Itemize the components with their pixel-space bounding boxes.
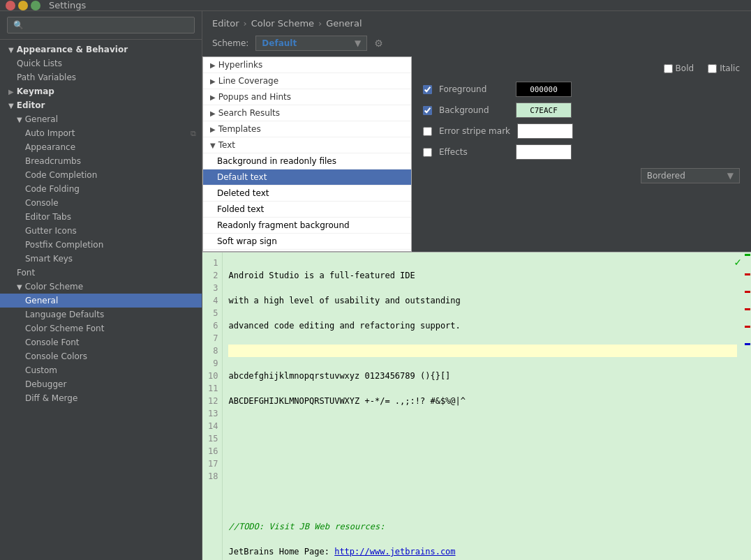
sidebar-tree: ▼ Appearance & Behavior Quick Lists Path…: [0, 40, 202, 560]
check-mark-icon: ✓: [734, 255, 741, 268]
sidebar-item-appearance[interactable]: Appearance: [0, 140, 202, 154]
arrow-icon: ▶: [210, 77, 216, 85]
sidebar-item-editor[interactable]: ▼ Editor: [0, 98, 202, 112]
sidebar-item-editor-tabs[interactable]: Editor Tabs: [0, 210, 202, 224]
list-item-bg-readonly[interactable]: Background in readonly files: [203, 153, 411, 169]
sidebar-label: Code Completion: [25, 170, 97, 180]
arrow-icon: ▶: [210, 93, 216, 101]
sidebar-label: Auto Import: [25, 128, 75, 138]
sidebar-label: Breadcrumbs: [25, 156, 81, 166]
scrollbar-indicators: [743, 252, 751, 560]
sidebar-item-diff-merge[interactable]: Diff & Merge: [0, 391, 202, 405]
indicator-red1: [745, 273, 750, 275]
expand-icon: ▼: [17, 116, 22, 123]
indicator-blue: [745, 343, 750, 345]
list-item-popups-hints[interactable]: ▶ Popups and Hints: [203, 89, 411, 105]
sidebar-item-custom[interactable]: Custom: [0, 363, 202, 377]
effects-type-dropdown[interactable]: Bordered ▼: [641, 168, 740, 183]
code-line-12: JetBrains Home Page: http://www.jetbrain…: [228, 545, 737, 558]
sidebar-item-postfix-completion[interactable]: Postfix Completion: [0, 238, 202, 252]
list-item-folded-text[interactable]: Folded text: [203, 202, 411, 218]
sidebar-label: Code Folding: [25, 184, 80, 194]
sidebar-label: General: [25, 114, 58, 124]
list-item-line-coverage[interactable]: ▶ Line Coverage: [203, 73, 411, 89]
bold-checkbox[interactable]: [664, 64, 673, 73]
search-input[interactable]: [7, 17, 195, 33]
effects-row: Effects: [423, 144, 740, 160]
sidebar-item-appearance-behavior[interactable]: ▼ Appearance & Behavior: [0, 43, 202, 56]
sidebar-item-keymap[interactable]: ▶ Keymap: [0, 84, 202, 98]
scheme-dropdown[interactable]: Default ▼: [255, 36, 367, 51]
chevron-down-icon: ▼: [355, 38, 361, 48]
foreground-color-swatch[interactable]: 000000: [516, 82, 572, 97]
maximize-button[interactable]: [31, 1, 40, 10]
sidebar-item-console[interactable]: Console: [0, 196, 202, 210]
sidebar-label: Gutter Icons: [25, 226, 77, 236]
main-panel: Editor › Color Scheme › General Scheme: …: [202, 11, 751, 560]
foreground-checkbox[interactable]: [423, 85, 432, 94]
sidebar-item-general-selected[interactable]: General: [0, 294, 202, 308]
list-item-soft-wrap[interactable]: Soft wrap sign: [203, 234, 411, 250]
sidebar-item-code-folding[interactable]: Code Folding: [0, 182, 202, 196]
sidebar-label: Custom: [25, 365, 57, 375]
sidebar-item-console-font[interactable]: Console Font: [0, 335, 202, 349]
sidebar-label: Font: [17, 268, 35, 278]
error-stripe-color-swatch[interactable]: [517, 123, 573, 139]
copy-icon: ⧉: [191, 129, 196, 138]
error-stripe-checkbox[interactable]: [423, 127, 432, 136]
sidebar-item-code-completion[interactable]: Code Completion: [0, 168, 202, 182]
sidebar-item-smart-keys[interactable]: Smart Keys: [0, 252, 202, 266]
sidebar-item-color-scheme[interactable]: ▼ Color Scheme: [0, 280, 202, 294]
sidebar-item-language-defaults[interactable]: Language Defaults: [0, 308, 202, 321]
sidebar-label: Color Scheme: [25, 282, 83, 292]
italic-checkbox[interactable]: [708, 64, 717, 73]
breadcrumb-general: General: [326, 18, 362, 29]
list-item-templates[interactable]: ▶ Templates: [203, 121, 411, 137]
list-item-hyperlinks[interactable]: ▶ Hyperlinks: [203, 57, 411, 73]
sidebar-item-debugger[interactable]: Debugger: [0, 377, 202, 391]
code-line-2: with a high level of usability and outst…: [228, 294, 737, 307]
arrow-icon: ▶: [210, 109, 216, 117]
sidebar-item-general[interactable]: ▼ General: [0, 112, 202, 126]
indicator-green: [745, 254, 750, 256]
item-label: Line Coverage: [218, 76, 278, 86]
sidebar-item-path-variables[interactable]: Path Variables: [0, 70, 202, 84]
chevron-down-icon: ▼: [727, 171, 734, 181]
list-item-search-results[interactable]: ▶ Search Results: [203, 105, 411, 121]
gear-icon[interactable]: ⚙: [374, 38, 383, 49]
sidebar-item-auto-import[interactable]: Auto Import ⧉: [0, 126, 202, 140]
minimize-button[interactable]: [18, 1, 28, 10]
sidebar-item-console-colors[interactable]: Console Colors: [0, 349, 202, 363]
sidebar-label: Path Variables: [17, 73, 76, 82]
sidebar-item-quick-lists[interactable]: Quick Lists: [0, 56, 202, 70]
sidebar-item-breadcrumbs[interactable]: Breadcrumbs: [0, 154, 202, 168]
sidebar-item-color-scheme-font[interactable]: Color Scheme Font: [0, 321, 202, 335]
effects-checkbox[interactable]: [423, 148, 432, 157]
sidebar-label: Console Colors: [25, 351, 87, 361]
background-color-swatch[interactable]: C7EACF: [516, 103, 572, 118]
item-label: Search Results: [218, 108, 280, 118]
sidebar-label: Appearance & Behavior: [17, 45, 128, 54]
code-line-6: ABCDEFGHIJKLMNOPQRSTUVWXYZ +-*/= .,;:!? …: [228, 395, 737, 407]
background-checkbox[interactable]: [423, 106, 432, 115]
breadcrumb-editor: Editor: [212, 18, 239, 29]
close-button[interactable]: [6, 1, 15, 10]
effects-color-swatch[interactable]: [516, 144, 572, 160]
sidebar-label: Console: [25, 198, 59, 208]
sidebar: ▼ Appearance & Behavior Quick Lists Path…: [0, 11, 202, 560]
panel-split: ▶ Hyperlinks ▶ Line Coverage ▶ Popups an…: [202, 56, 751, 560]
list-item-readonly-fragment[interactable]: Readonly fragment background: [203, 218, 411, 234]
sidebar-item-gutter-icons[interactable]: Gutter Icons: [0, 224, 202, 238]
window-title: Settings: [49, 0, 86, 10]
scheme-bar: Scheme: Default ▼ ⚙: [202, 33, 751, 56]
sidebar-item-font[interactable]: Font: [0, 266, 202, 280]
preview-section: ✓ 123456 789101112 131415161718 Android …: [202, 252, 751, 560]
list-item-default-text[interactable]: Default text: [203, 169, 411, 186]
code-line-1: Android Studio is a full-featured IDE: [228, 269, 737, 282]
code-line-11: //TODO: Visit JB Web resources:: [228, 520, 737, 533]
list-item-deleted-text[interactable]: Deleted text: [203, 186, 411, 202]
sidebar-label: Quick Lists: [17, 59, 62, 68]
background-row: Background C7EACF: [423, 103, 740, 118]
list-item-text[interactable]: ▼ Text: [203, 137, 411, 153]
effects-label: Effects: [439, 147, 509, 157]
